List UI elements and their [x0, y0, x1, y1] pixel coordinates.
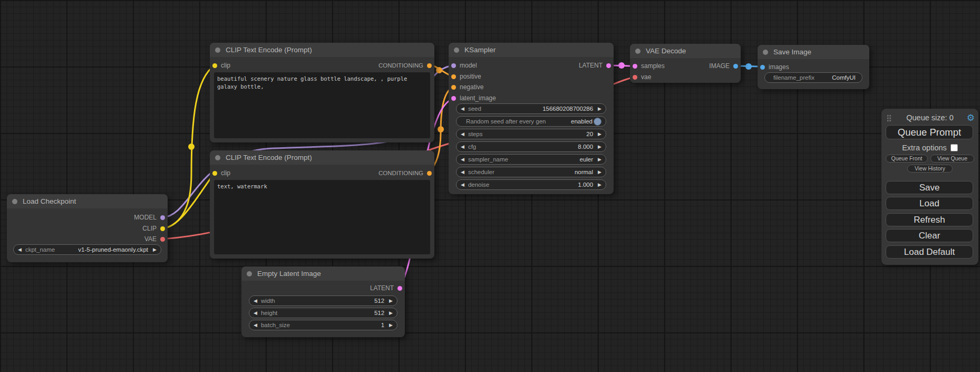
seed-widget[interactable]: ◀ seed 156680208700286 ▶	[456, 103, 606, 114]
next-value-arrow-icon[interactable]: ▶	[389, 322, 393, 328]
batch-size-widget[interactable]: ◀ batch_size 1 ▶	[249, 320, 397, 330]
queue-front-button[interactable]: Queue Front	[886, 155, 928, 163]
height-widget[interactable]: ◀ height 512 ▶	[249, 308, 397, 318]
next-value-arrow-icon[interactable]: ▶	[153, 247, 157, 252]
load-default-button[interactable]: Load Default	[886, 245, 973, 259]
input-slot-negative[interactable]: negative	[451, 83, 483, 91]
node-title-bar[interactable]: Save Image	[758, 45, 869, 59]
prev-value-arrow-icon[interactable]: ◀	[18, 247, 22, 252]
node-graph-canvas[interactable]: Load Checkpoint MODEL CLIP VAE ◀ ckpt_na…	[0, 0, 980, 372]
node-title-bar[interactable]: CLIP Text Encode (Prompt)	[210, 43, 434, 57]
prev-value-arrow-icon[interactable]: ◀	[461, 144, 464, 149]
collapse-dot-icon[interactable]	[454, 47, 459, 53]
ckpt-name-widget[interactable]: ◀ ckpt_name v1-5-pruned-emaonly.ckpt ▶	[13, 244, 161, 255]
prev-value-arrow-icon[interactable]: ◀	[461, 182, 464, 187]
view-queue-button[interactable]: View Queue	[930, 155, 974, 163]
next-value-arrow-icon[interactable]: ▶	[598, 144, 601, 149]
input-slot-images[interactable]: images	[760, 63, 789, 71]
denoise-widget[interactable]: ◀ denoise 1.000 ▶	[456, 179, 606, 190]
random-seed-toggle-widget[interactable]: Random seed after every gen enabled	[456, 116, 606, 127]
input-slot-model[interactable]: model	[451, 61, 477, 70]
vae-slot-dot-icon[interactable]	[160, 237, 165, 242]
next-value-arrow-icon[interactable]: ▶	[389, 298, 393, 303]
conditioning-slot-dot-icon[interactable]	[427, 63, 432, 68]
load-button[interactable]: Load	[886, 197, 973, 210]
node-clip-text-encode-positive[interactable]: CLIP Text Encode (Prompt) clip CONDITION…	[210, 43, 434, 142]
next-value-arrow-icon[interactable]: ▶	[389, 310, 393, 316]
next-value-arrow-icon[interactable]: ▶	[598, 106, 601, 111]
output-slot-vae[interactable]: VAE	[144, 235, 165, 243]
node-title-bar[interactable]: KSampler	[449, 43, 614, 57]
node-save-image[interactable]: Save Image images filename_prefix ComfyU…	[758, 45, 869, 89]
prev-value-arrow-icon[interactable]: ◀	[254, 310, 257, 316]
node-clip-text-encode-negative[interactable]: CLIP Text Encode (Prompt) clip CONDITION…	[210, 150, 434, 259]
clear-button[interactable]: Clear	[886, 229, 973, 242]
prev-value-arrow-icon[interactable]: ◀	[254, 322, 257, 328]
collapse-dot-icon[interactable]	[763, 50, 768, 55]
node-title-bar[interactable]: Empty Latent Image	[241, 266, 405, 281]
latent-slot-dot-icon[interactable]	[397, 286, 402, 291]
image-slot-dot-icon[interactable]	[760, 65, 765, 70]
conditioning-slot-dot-icon[interactable]	[427, 171, 432, 176]
view-history-button[interactable]: View History	[907, 165, 953, 173]
collapse-dot-icon[interactable]	[12, 199, 17, 204]
clip-slot-dot-icon[interactable]	[212, 171, 217, 176]
clip-slot-dot-icon[interactable]	[160, 226, 165, 231]
model-slot-dot-icon[interactable]	[451, 63, 456, 68]
width-widget[interactable]: ◀ width 512 ▶	[249, 295, 397, 306]
vae-slot-dot-icon[interactable]	[633, 75, 637, 80]
latent-slot-dot-icon[interactable]	[451, 96, 456, 101]
output-slot-latent[interactable]: LATENT	[579, 61, 611, 70]
conditioning-slot-dot-icon[interactable]	[451, 74, 456, 79]
prev-value-arrow-icon[interactable]: ◀	[461, 131, 464, 137]
filename-prefix-widget[interactable]: filename_prefix ComfyUI	[764, 72, 862, 83]
collapse-dot-icon[interactable]	[635, 49, 641, 54]
collapse-dot-icon[interactable]	[215, 155, 220, 160]
input-slot-samples[interactable]: samples	[633, 62, 665, 70]
latent-slot-dot-icon[interactable]	[633, 64, 637, 69]
refresh-button[interactable]: Refresh	[886, 213, 973, 226]
next-value-arrow-icon[interactable]: ▶	[598, 157, 601, 162]
input-slot-positive[interactable]: positive	[451, 72, 481, 81]
save-button[interactable]: Save	[886, 181, 973, 194]
settings-gear-icon[interactable]: ⚙	[967, 112, 975, 123]
cfg-widget[interactable]: ◀ cfg 8.000 ▶	[456, 141, 606, 152]
output-slot-image[interactable]: IMAGE	[709, 62, 738, 70]
output-slot-conditioning[interactable]: CONDITIONING	[379, 61, 432, 70]
positive-prompt-textarea[interactable]: beautiful scenery nature glass bottle la…	[214, 72, 430, 138]
prev-value-arrow-icon[interactable]: ◀	[461, 157, 464, 162]
image-slot-dot-icon[interactable]	[733, 64, 738, 69]
node-load-checkpoint[interactable]: Load Checkpoint MODEL CLIP VAE ◀ ckpt_na…	[7, 194, 168, 262]
steps-widget[interactable]: ◀ steps 20 ▶	[456, 129, 606, 139]
input-slot-vae[interactable]: vae	[633, 73, 651, 81]
collapse-dot-icon[interactable]	[215, 47, 220, 53]
next-value-arrow-icon[interactable]: ▶	[598, 131, 601, 137]
prev-value-arrow-icon[interactable]: ◀	[461, 169, 464, 175]
prev-value-arrow-icon[interactable]: ◀	[254, 298, 257, 303]
node-title-bar[interactable]: Load Checkpoint	[7, 194, 168, 208]
node-vae-decode[interactable]: VAE Decode samples vae IMAGE	[630, 44, 741, 83]
model-slot-dot-icon[interactable]	[160, 215, 165, 220]
extra-options-checkbox[interactable]	[950, 144, 958, 151]
node-title-bar[interactable]: VAE Decode	[630, 44, 741, 58]
sampler-name-widget[interactable]: ◀ sampler_name euler ▶	[456, 154, 606, 165]
input-slot-clip[interactable]: clip	[212, 61, 230, 70]
latent-slot-dot-icon[interactable]	[606, 63, 611, 68]
next-value-arrow-icon[interactable]: ▶	[598, 182, 601, 187]
output-slot-latent[interactable]: LATENT	[370, 284, 402, 292]
node-empty-latent-image[interactable]: Empty Latent Image LATENT ◀ width 512 ▶ …	[241, 266, 405, 337]
output-slot-model[interactable]: MODEL	[134, 213, 165, 222]
output-slot-clip[interactable]: CLIP	[142, 224, 165, 233]
queue-prompt-button[interactable]: Queue Prompt	[886, 125, 973, 139]
collapse-dot-icon[interactable]	[247, 271, 252, 276]
toggle-enabled-icon[interactable]	[594, 118, 601, 126]
node-title-bar[interactable]: CLIP Text Encode (Prompt)	[210, 150, 434, 165]
input-slot-clip[interactable]: clip	[212, 169, 230, 177]
output-slot-conditioning[interactable]: CONDITIONING	[379, 169, 432, 177]
input-slot-latent-image[interactable]: latent_image	[451, 94, 496, 102]
node-ksampler[interactable]: KSampler model positive negative latent_…	[449, 43, 614, 194]
clip-slot-dot-icon[interactable]	[212, 63, 217, 68]
conditioning-slot-dot-icon[interactable]	[451, 85, 456, 90]
prev-value-arrow-icon[interactable]: ◀	[461, 106, 464, 111]
next-value-arrow-icon[interactable]: ▶	[598, 169, 601, 175]
